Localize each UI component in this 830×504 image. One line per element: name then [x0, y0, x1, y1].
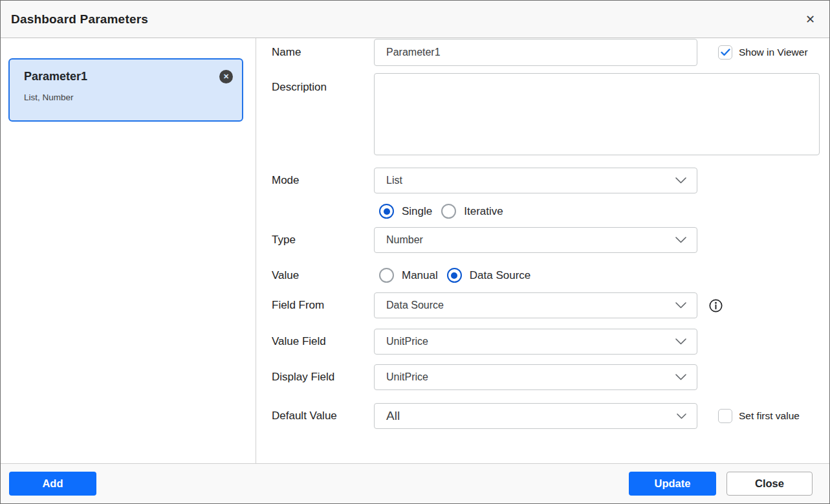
chevron-down-icon	[677, 413, 686, 419]
chevron-down-icon	[675, 177, 686, 184]
default-value-dropdown[interactable]: All	[374, 403, 697, 429]
value-field-dropdown[interactable]: UnitPrice	[374, 329, 697, 355]
manual-radio-label[interactable]: Manual	[402, 269, 438, 282]
single-radio-label[interactable]: Single	[402, 205, 432, 218]
chevron-down-icon	[675, 237, 686, 243]
default-value-label: Default Value	[272, 410, 374, 422]
type-dropdown-value: Number	[386, 234, 675, 246]
close-button[interactable]: Close	[726, 472, 813, 496]
parameter-card-title: Parameter1	[24, 70, 87, 83]
show-in-viewer-control[interactable]: Show in Viewer	[718, 45, 808, 60]
name-input[interactable]	[374, 39, 697, 66]
dialog-footer: Add Update Close	[1, 463, 829, 503]
field-from-dropdown-value: Data Source	[386, 300, 675, 311]
checkmark-icon	[721, 49, 730, 56]
iterative-radio[interactable]	[441, 204, 456, 219]
mode-dropdown-value: List	[386, 175, 675, 186]
chevron-down-icon	[675, 374, 686, 380]
set-first-value-control[interactable]: Set first value	[718, 409, 800, 423]
set-first-value-label: Set first value	[739, 410, 800, 422]
parameter-form: Name Show in Viewer Description	[256, 38, 829, 463]
type-dropdown[interactable]: Number	[374, 227, 697, 253]
name-label: Name	[272, 46, 374, 59]
field-from-dropdown[interactable]: Data Source	[374, 292, 697, 318]
chevron-down-icon	[675, 302, 686, 309]
field-from-label: Field From	[272, 299, 374, 312]
data-source-radio-label[interactable]: Data Source	[470, 269, 531, 282]
data-source-radio[interactable]	[447, 268, 462, 283]
default-value-dropdown-value: All	[386, 409, 677, 423]
parameter-list-panel: Parameter1 ✕ List, Number	[1, 38, 256, 463]
value-label: Value	[272, 269, 374, 282]
display-field-dropdown-value: UnitPrice	[386, 371, 675, 383]
value-source-radios: Manual Data Source	[374, 268, 530, 283]
value-field-dropdown-value: UnitPrice	[386, 336, 675, 347]
dialog-close-icon[interactable]: ✕	[802, 11, 819, 28]
parameter-card[interactable]: Parameter1 ✕ List, Number	[8, 58, 243, 122]
iterative-radio-label[interactable]: Iterative	[464, 205, 503, 218]
value-field-label: Value Field	[272, 335, 374, 348]
description-label: Description	[272, 73, 374, 94]
remove-parameter-icon[interactable]: ✕	[219, 70, 233, 83]
dialog-header: Dashboard Parameters ✕	[1, 1, 829, 38]
chevron-down-icon	[675, 338, 686, 345]
add-button[interactable]: Add	[9, 472, 96, 496]
manual-radio[interactable]	[379, 268, 394, 283]
display-field-label: Display Field	[272, 371, 374, 384]
info-icon[interactable]	[709, 299, 723, 312]
dialog-title: Dashboard Parameters	[11, 12, 148, 27]
parameter-card-subtitle: List, Number	[24, 93, 233, 102]
show-in-viewer-label: Show in Viewer	[739, 47, 808, 58]
show-in-viewer-checkbox[interactable]	[718, 45, 732, 60]
type-label: Type	[272, 234, 374, 247]
mode-dropdown[interactable]: List	[374, 168, 697, 193]
single-radio[interactable]	[379, 204, 394, 219]
description-textarea[interactable]	[374, 73, 820, 155]
update-button[interactable]: Update	[629, 472, 716, 496]
dashboard-parameters-dialog: Dashboard Parameters ✕ Parameter1 ✕ List…	[0, 0, 830, 504]
dialog-body: Parameter1 ✕ List, Number Name Show	[1, 38, 829, 463]
mode-label: Mode	[272, 174, 374, 187]
mode-variant-radios: Single Iterative	[374, 204, 503, 219]
set-first-value-checkbox[interactable]	[718, 409, 732, 423]
display-field-dropdown[interactable]: UnitPrice	[374, 364, 697, 390]
